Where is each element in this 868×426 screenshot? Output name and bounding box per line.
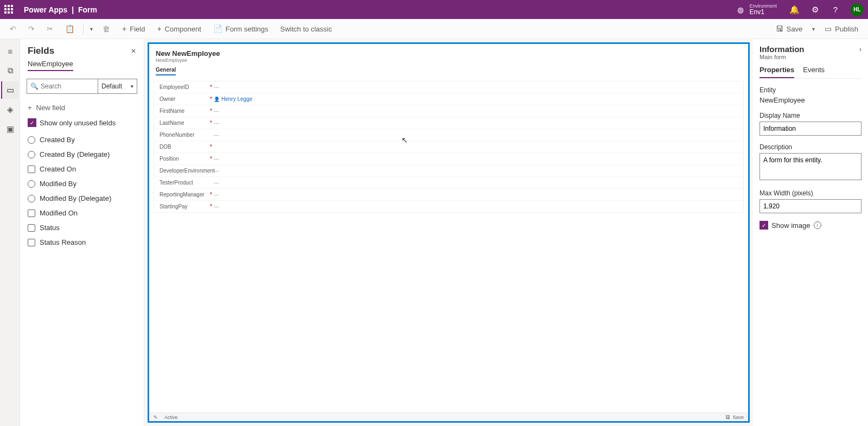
paste-button[interactable]: 📋 xyxy=(60,22,80,35)
square-icon xyxy=(28,239,35,246)
app-header: Power Apps | Form ◍ Environment Env1 🔔 ⚙… xyxy=(0,0,868,19)
settings-icon[interactable]: ⚙ xyxy=(806,1,824,18)
rail-components-icon[interactable]: ◈ xyxy=(1,101,18,118)
add-component-button[interactable]: +Component xyxy=(151,22,206,35)
footer-edit-icon[interactable]: ✎ xyxy=(154,415,158,420)
chevron-down-icon: ▾ xyxy=(131,84,133,89)
waffle-icon[interactable] xyxy=(4,5,14,15)
form-field-row[interactable]: DOB* xyxy=(154,141,743,152)
redo-button[interactable]: ↷ xyxy=(23,22,40,35)
form-field-row[interactable]: EmployeeID*--- xyxy=(154,81,743,93)
new-field-button[interactable]: + New field xyxy=(20,98,144,115)
environment-icon: ◍ xyxy=(737,5,744,14)
form-field-row[interactable]: ReportingManager*--- xyxy=(154,188,743,200)
notifications-icon[interactable]: 🔔 xyxy=(786,1,803,18)
switch-label: Switch to classic xyxy=(280,25,332,33)
form-status: Active xyxy=(164,415,178,420)
form-field-row[interactable]: StartingPay*--- xyxy=(154,200,743,212)
expand-icon[interactable]: › xyxy=(859,45,861,53)
display-name-input[interactable] xyxy=(760,122,861,136)
command-bar: ↶ ↷ ✂ 📋 ▾ 🗑 +Field +Component 📄Form sett… xyxy=(0,19,868,39)
environment-picker[interactable]: ◍ Environment Env1 xyxy=(737,4,782,15)
search-icon: 🔍 xyxy=(30,82,39,90)
field-item[interactable]: Modified On xyxy=(20,206,144,220)
form-tab-general[interactable]: General xyxy=(156,67,176,75)
search-input[interactable] xyxy=(41,82,94,90)
field-item[interactable]: Modified By xyxy=(20,176,144,191)
cut-button[interactable]: ✂ xyxy=(41,22,59,35)
form-shell[interactable]: New NewEmployee NewEmployee General Empl… xyxy=(148,42,750,423)
max-width-input[interactable] xyxy=(760,199,861,213)
field-item[interactable]: Created By (Delegate) xyxy=(20,147,144,162)
display-name-label: Display Name xyxy=(760,112,861,119)
help-icon[interactable]: ? xyxy=(827,1,844,18)
form-field-row[interactable]: Position*--- xyxy=(154,152,743,164)
person-icon: 👤 xyxy=(214,97,220,102)
field-label: DOB xyxy=(159,144,208,150)
field-item[interactable]: Modified By (Delegate) xyxy=(20,191,144,206)
form-footer: ✎ Active 🖫Save xyxy=(149,412,748,421)
field-item[interactable]: Created By xyxy=(20,132,144,147)
avatar[interactable]: HL xyxy=(851,3,864,16)
save-button[interactable]: 🖫Save xyxy=(770,22,808,35)
field-label: TesterProduct xyxy=(159,180,208,186)
form-field-row[interactable]: LastName*--- xyxy=(154,117,743,129)
form-field-row[interactable]: PhoneNumber--- xyxy=(154,129,743,141)
props-subheading: Main form xyxy=(760,54,861,60)
circle-icon xyxy=(28,180,35,188)
field-list: Created ByCreated By (Delegate)Created O… xyxy=(20,132,144,426)
rail-layers-icon[interactable]: ▣ xyxy=(1,120,18,138)
description-input[interactable] xyxy=(760,153,861,180)
description-label: Description xyxy=(760,143,861,151)
show-unused-label: Show only unused fields xyxy=(40,119,116,127)
field-item[interactable]: Status Reason xyxy=(20,235,144,250)
field-item-label: Created By (Delegate) xyxy=(40,150,110,158)
new-field-label: New field xyxy=(36,104,65,112)
form-field-row[interactable]: TesterProduct--- xyxy=(154,176,743,188)
required-marker: * xyxy=(208,156,214,162)
save-chevron-icon[interactable]: ▾ xyxy=(809,24,818,34)
delete-button[interactable]: 🗑 xyxy=(97,22,116,35)
add-field-button[interactable]: +Field xyxy=(117,22,150,35)
switch-classic-button[interactable]: Switch to classic xyxy=(275,23,337,35)
field-item-label: Created On xyxy=(40,165,76,173)
form-field-row[interactable]: DeveloperEnvironment--- xyxy=(154,164,743,176)
form-settings-button[interactable]: 📄Form settings xyxy=(208,22,274,35)
fields-title: Fields xyxy=(28,46,131,56)
field-item[interactable]: Created On xyxy=(20,162,144,176)
required-marker: * xyxy=(208,192,214,198)
show-unused-checkbox[interactable]: ✓ Show only unused fields xyxy=(20,115,144,132)
show-image-checkbox[interactable]: ✓ Show image i xyxy=(760,221,861,230)
form-settings-label: Form settings xyxy=(226,25,269,33)
tab-events[interactable]: Events xyxy=(803,66,825,78)
field-label: DeveloperEnvironment xyxy=(159,168,208,174)
fields-entity[interactable]: NewEmployee xyxy=(28,60,73,71)
field-item-label: Modified By xyxy=(40,180,76,188)
field-value: --- xyxy=(214,108,219,114)
tab-properties[interactable]: Properties xyxy=(760,66,794,78)
publish-button[interactable]: ▭Publish xyxy=(819,22,864,35)
redo-icon: ↷ xyxy=(28,24,35,33)
form-settings-icon: 📄 xyxy=(213,24,222,33)
field-value: --- xyxy=(214,156,219,162)
form-section[interactable]: EmployeeID*---Owner*👤Henry LeggeFirstNam… xyxy=(154,81,744,213)
footer-save-button[interactable]: 🖫Save xyxy=(725,415,744,420)
required-marker: * xyxy=(208,96,214,102)
checkbox-checked-icon: ✓ xyxy=(28,118,36,127)
rail-tree-icon[interactable]: ⧉ xyxy=(1,62,18,79)
info-icon[interactable]: i xyxy=(814,221,821,229)
close-icon[interactable]: ✕ xyxy=(131,47,136,55)
field-item[interactable]: Status xyxy=(20,220,144,235)
undo-button[interactable]: ↶ xyxy=(4,22,22,35)
chevron-down-icon[interactable]: ▾ xyxy=(87,24,96,34)
save-label: Save xyxy=(787,25,803,33)
field-label: PhoneNumber xyxy=(159,132,208,138)
search-box: 🔍 xyxy=(27,79,98,93)
form-field-row[interactable]: Owner*👤Henry Legge xyxy=(154,93,743,105)
field-value: --- xyxy=(214,168,219,174)
sort-dropdown[interactable]: Default ▾ xyxy=(98,79,137,93)
rail-menu-icon[interactable]: ≡ xyxy=(1,42,18,60)
field-value: --- xyxy=(214,84,219,90)
form-field-row[interactable]: FirstName*--- xyxy=(154,105,743,117)
rail-fields-icon[interactable]: ▭ xyxy=(1,81,18,99)
